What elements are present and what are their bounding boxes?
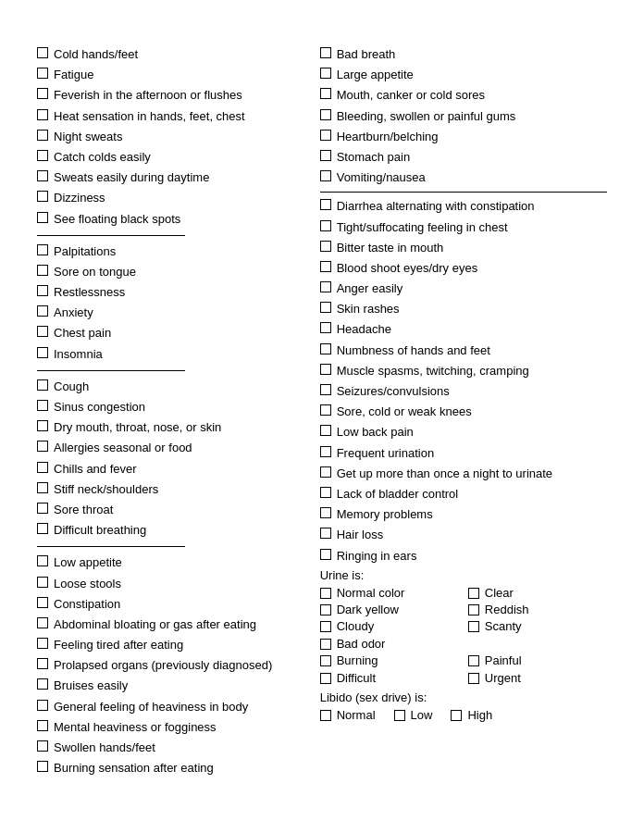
symptom-label: Low back pain: [337, 424, 414, 441]
symptom-label: Allergies seasonal or food: [54, 440, 192, 456]
symptom-checkbox[interactable]: [37, 658, 48, 669]
symptom-checkbox[interactable]: [320, 220, 331, 231]
symptom-checkbox[interactable]: [37, 720, 48, 731]
symptom-checkbox[interactable]: [37, 740, 48, 752]
symptom-checkbox[interactable]: [37, 441, 48, 452]
symptom-checkbox[interactable]: [37, 191, 48, 202]
symptom-checkbox[interactable]: [37, 400, 48, 411]
symptom-checkbox[interactable]: [37, 285, 48, 296]
symptom-checkbox[interactable]: [320, 199, 331, 210]
symptom-checkbox[interactable]: [37, 379, 48, 391]
symptom-checkbox[interactable]: [37, 47, 48, 58]
urine-bad-odor: Bad odor: [320, 637, 607, 651]
symptom-checkbox[interactable]: [320, 109, 331, 120]
symptom-checkbox[interactable]: [320, 446, 331, 457]
symptom-checkbox[interactable]: [320, 487, 331, 498]
symptom-checkbox[interactable]: [320, 507, 331, 518]
symptom-checkbox[interactable]: [37, 244, 48, 255]
symptom-item: Blood shoot eyes/dry eyes: [320, 260, 607, 277]
urine-option-label: Painful: [485, 653, 522, 667]
symptom-checkbox[interactable]: [320, 364, 331, 375]
right-group-2: Diarrhea alternating with constipationTi…: [320, 198, 607, 400]
symptom-checkbox[interactable]: [37, 482, 48, 493]
symptom-checkbox[interactable]: [37, 347, 48, 358]
urine-checkbox[interactable]: [320, 588, 331, 599]
symptom-checkbox[interactable]: [37, 700, 48, 711]
urine-checkbox[interactable]: [320, 621, 331, 632]
symptom-checkbox[interactable]: [37, 577, 48, 588]
symptom-checkbox[interactable]: [320, 261, 331, 272]
symptom-checkbox[interactable]: [37, 212, 48, 223]
symptom-checkbox[interactable]: [320, 47, 331, 58]
symptom-checkbox[interactable]: [37, 305, 48, 317]
symptom-checkbox[interactable]: [37, 68, 48, 79]
symptom-checkbox[interactable]: [320, 150, 331, 161]
symptom-item: Mouth, canker or cold sores: [320, 87, 607, 104]
symptom-label: Numbness of hands and feet: [337, 342, 490, 359]
symptom-checkbox[interactable]: [37, 638, 48, 649]
symptom-checkbox[interactable]: [37, 523, 48, 534]
symptom-checkbox[interactable]: [320, 88, 331, 99]
symptom-checkbox[interactable]: [320, 68, 331, 79]
symptom-label: Burning sensation after eating: [54, 760, 214, 777]
libido-checkbox[interactable]: [394, 710, 405, 721]
symptom-label: Cold hands/feet: [54, 46, 138, 63]
symptom-label: Hair loss: [337, 527, 384, 543]
symptom-checkbox[interactable]: [37, 597, 48, 608]
symptom-checkbox[interactable]: [320, 425, 331, 436]
urine-option-label: Normal color: [337, 586, 405, 600]
urine-option: Clear: [468, 586, 607, 600]
urine-checkbox[interactable]: [320, 604, 331, 615]
symptom-checkbox[interactable]: [37, 130, 48, 141]
checkbox-bad-odor[interactable]: [320, 639, 331, 650]
urine-checkbox[interactable]: [468, 604, 479, 615]
symptom-item: Cold hands/feet: [37, 46, 302, 63]
symptom-checkbox[interactable]: [37, 555, 48, 566]
symptom-checkbox[interactable]: [320, 170, 331, 181]
symptom-checkbox[interactable]: [320, 322, 331, 333]
symptom-label: Chills and fever: [54, 461, 137, 478]
symptom-checkbox[interactable]: [320, 343, 331, 354]
symptom-checkbox[interactable]: [37, 170, 48, 181]
symptom-item: Chills and fever: [37, 461, 302, 478]
right-group-1: Bad breathLarge appetiteMouth, canker or…: [320, 46, 607, 186]
symptom-checkbox[interactable]: [37, 503, 48, 514]
urine-checkbox[interactable]: [320, 673, 331, 684]
urine-option: Dark yellow: [320, 603, 459, 616]
symptom-checkbox[interactable]: [37, 617, 48, 628]
symptom-checkbox[interactable]: [37, 420, 48, 431]
urine-checkbox[interactable]: [468, 673, 479, 684]
symptom-checkbox[interactable]: [320, 466, 331, 478]
urine-checkbox[interactable]: [468, 655, 479, 666]
symptom-checkbox[interactable]: [37, 265, 48, 276]
symptom-item: Anger easily: [320, 280, 607, 297]
libido-options: NormalLowHigh: [320, 708, 607, 722]
symptom-label: Vomiting/nausea: [337, 169, 426, 186]
symptom-checkbox[interactable]: [37, 109, 48, 120]
urine-checkbox[interactable]: [468, 588, 479, 599]
symptom-checkbox[interactable]: [37, 150, 48, 161]
symptom-item: Vomiting/nausea: [320, 169, 607, 186]
urine-checkbox[interactable]: [320, 655, 331, 666]
urine-grid-3: DifficultUrgent: [320, 671, 607, 685]
symptom-checkbox[interactable]: [320, 549, 331, 560]
symptom-label: Tight/suffocating feeling in chest: [337, 219, 508, 236]
symptom-checkbox[interactable]: [320, 384, 331, 395]
symptom-checkbox[interactable]: [37, 326, 48, 337]
symptom-checkbox[interactable]: [320, 528, 331, 539]
symptom-checkbox[interactable]: [320, 281, 331, 292]
left-group-4: Low appetiteLoose stoolsConstipationAbdo…: [37, 554, 302, 777]
symptom-checkbox[interactable]: [37, 678, 48, 690]
libido-checkbox[interactable]: [451, 710, 462, 721]
symptom-checkbox[interactable]: [37, 88, 48, 99]
symptom-checkbox[interactable]: [37, 462, 48, 473]
libido-checkbox[interactable]: [320, 710, 331, 721]
libido-option: Normal: [320, 708, 376, 722]
symptom-checkbox[interactable]: [320, 404, 331, 416]
symptom-checkbox[interactable]: [320, 130, 331, 141]
urine-checkbox[interactable]: [468, 621, 479, 632]
left-group-1: Cold hands/feetFatigueFeverish in the af…: [37, 46, 302, 228]
symptom-checkbox[interactable]: [320, 302, 331, 313]
symptom-checkbox[interactable]: [37, 761, 48, 772]
symptom-checkbox[interactable]: [320, 241, 331, 252]
